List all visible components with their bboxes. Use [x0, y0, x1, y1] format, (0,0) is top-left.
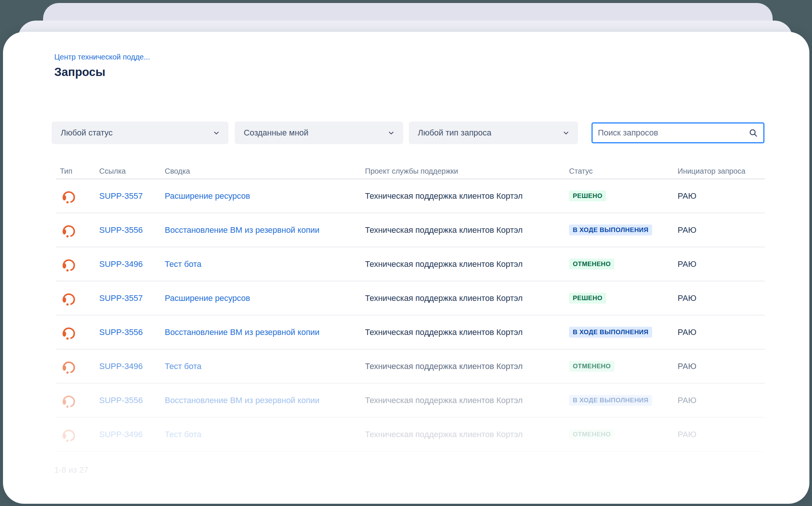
request-reference-link[interactable]: SUPP-3556 [99, 327, 143, 337]
headset-icon [60, 289, 77, 307]
headset-icon [60, 255, 77, 273]
status-cell: РЕШЕНО [565, 190, 674, 201]
table-row: SUPP-3496 Тест бота Техническая поддержк… [56, 418, 765, 452]
search-box [591, 122, 764, 143]
headset-icon [60, 323, 77, 341]
reporter-cell: РАЮ [674, 396, 765, 405]
status-badge: РЕШЕНО [569, 293, 606, 304]
request-type-filter-dropdown[interactable]: Любой тип запроса [409, 122, 578, 144]
request-reference-cell: SUPP-3556 [95, 396, 161, 405]
service-project-cell: Техническая поддержка клиентов Кортэл [361, 430, 565, 439]
breadcrumb-help-center-link[interactable]: Центр технической подде... [54, 53, 150, 61]
search-input[interactable] [598, 128, 748, 138]
table-row: SUPP-3556 Восстановление ВМ из резервной… [56, 316, 765, 350]
status-badge: ОТМЕНЕНО [569, 361, 614, 372]
reporter-cell: РАЮ [674, 191, 765, 201]
status-cell: В ХОДЕ ВЫПОЛНЕНИЯ [565, 395, 674, 406]
service-project-cell: Техническая поддержка клиентов Кортэл [361, 327, 565, 337]
table-row: SUPP-3556 Восстановление ВМ из резервной… [56, 213, 765, 247]
request-type-cell [56, 426, 95, 443]
status-cell: ОТМЕНЕНО [565, 361, 674, 372]
request-summary-cell: Расширение ресурсов [161, 191, 361, 201]
headset-icon [60, 391, 77, 409]
table-row: SUPP-3556 Восстановление ВМ из резервной… [56, 384, 765, 418]
status-cell: В ХОДЕ ВЫПОЛНЕНИЯ [565, 225, 674, 235]
reporter-cell: РАЮ [674, 430, 765, 439]
request-summary-link[interactable]: Тест бота [165, 362, 201, 371]
status-cell: ОТМЕНЕНО [565, 259, 674, 269]
status-badge: РЕШЕНО [569, 190, 606, 201]
column-header-summary: Сводка [161, 167, 361, 176]
table-header-row: Тип Ссылка Сводка Проект службы поддержк… [56, 164, 765, 179]
table-row: SUPP-3496 Тест бота Техническая поддержк… [56, 350, 765, 384]
request-summary-cell: Тест бота [161, 259, 361, 269]
request-reference-link[interactable]: SUPP-3557 [99, 293, 143, 303]
chevron-down-icon [562, 129, 570, 137]
request-summary-link[interactable]: Восстановление ВМ из резервной копии [165, 396, 319, 405]
request-type-filter-value: Любой тип запроса [418, 128, 492, 138]
request-reference-link[interactable]: SUPP-3556 [99, 396, 143, 405]
status-filter-dropdown[interactable]: Любой статус [52, 122, 228, 144]
owner-filter-dropdown[interactable]: Созданные мной [235, 122, 403, 144]
service-project-cell: Техническая поддержка клиентов Кортэл [361, 191, 565, 201]
column-header-type: Тип [56, 167, 95, 176]
request-reference-link[interactable]: SUPP-3496 [99, 362, 143, 371]
request-summary-link[interactable]: Расширение ресурсов [165, 293, 250, 303]
request-reference-link[interactable]: SUPP-3557 [99, 191, 143, 201]
headset-icon [60, 426, 77, 443]
request-type-cell [56, 221, 95, 239]
request-reference-cell: SUPP-3556 [95, 225, 161, 235]
column-header-reporter: Инициатор запроса [674, 167, 765, 176]
service-project-cell: Техническая поддержка клиентов Кортэл [361, 396, 565, 405]
request-reference-link[interactable]: SUPP-3496 [99, 430, 143, 439]
status-badge: В ХОДЕ ВЫПОЛНЕНИЯ [569, 327, 652, 338]
request-reference-link[interactable]: SUPP-3496 [99, 259, 143, 269]
request-reference-cell: SUPP-3496 [95, 362, 161, 371]
request-summary-link[interactable]: Тест бота [165, 259, 201, 269]
column-header-status: Статус [565, 167, 674, 176]
reporter-cell: РАЮ [674, 225, 765, 235]
table-row: SUPP-3557 Расширение ресурсов Техническа… [56, 281, 765, 316]
table-body: SUPP-3557 Расширение ресурсов Техническа… [56, 179, 765, 452]
column-header-project: Проект службы поддержки [361, 167, 565, 176]
service-project-cell: Техническая поддержка клиентов Кортэл [361, 293, 565, 303]
request-type-cell [56, 187, 95, 205]
request-summary-cell: Тест бота [161, 430, 361, 439]
requests-table: Тип Ссылка Сводка Проект службы поддержк… [56, 164, 765, 452]
portal-window: Центр технической подде... Запросы Любой… [3, 32, 809, 504]
service-project-cell: Техническая поддержка клиентов Кортэл [361, 259, 565, 269]
status-badge: ОТМЕНЕНО [569, 259, 614, 269]
request-summary-cell: Расширение ресурсов [161, 293, 361, 303]
status-cell: ОТМЕНЕНО [565, 429, 674, 440]
request-summary-link[interactable]: Тест бота [165, 430, 201, 439]
request-type-cell [56, 357, 95, 375]
column-header-reference: Ссылка [95, 167, 161, 176]
owner-filter-value: Созданные мной [244, 128, 308, 138]
request-summary-link[interactable]: Восстановление ВМ из резервной копии [165, 225, 319, 235]
request-type-cell [56, 323, 95, 341]
status-badge: В ХОДЕ ВЫПОЛНЕНИЯ [569, 225, 652, 235]
request-summary-link[interactable]: Восстановление ВМ из резервной копии [165, 327, 319, 337]
request-summary-cell: Восстановление ВМ из резервной копии [161, 225, 361, 235]
status-filter-value: Любой статус [61, 128, 113, 138]
status-badge: ОТМЕНЕНО [569, 429, 614, 440]
request-summary-cell: Тест бота [161, 362, 361, 371]
status-cell: РЕШЕНО [565, 293, 674, 304]
reporter-cell: РАЮ [674, 259, 765, 269]
table-row: SUPP-3557 Расширение ресурсов Техническа… [56, 179, 765, 213]
page-title: Запросы [54, 65, 106, 79]
status-badge: В ХОДЕ ВЫПОЛНЕНИЯ [569, 395, 652, 406]
reporter-cell: РАЮ [674, 327, 765, 337]
reporter-cell: РАЮ [674, 362, 765, 371]
headset-icon [60, 221, 77, 239]
request-reference-cell: SUPP-3496 [95, 259, 161, 269]
request-reference-cell: SUPP-3557 [95, 191, 161, 201]
headset-icon [60, 187, 77, 205]
pagination-label: 1-8 из 27 [54, 465, 88, 475]
request-reference-link[interactable]: SUPP-3556 [99, 225, 143, 235]
table-row: SUPP-3496 Тест бота Техническая поддержк… [56, 247, 765, 281]
request-type-cell [56, 289, 95, 307]
request-summary-link[interactable]: Расширение ресурсов [165, 191, 250, 201]
filter-bar: Любой статус Созданные мной Любой тип за… [3, 122, 809, 144]
chevron-down-icon [213, 129, 220, 137]
